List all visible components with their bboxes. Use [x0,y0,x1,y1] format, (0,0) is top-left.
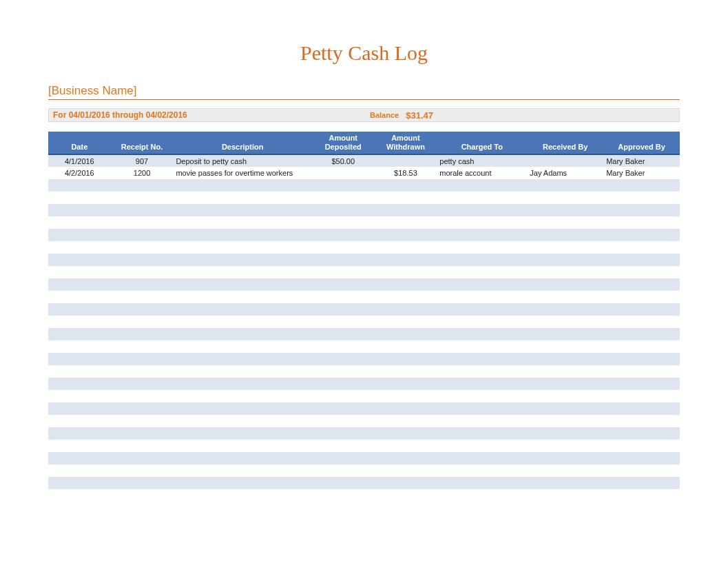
table-row-empty [48,216,680,229]
table-row-empty [48,452,680,464]
table-row-empty [48,278,680,291]
cell-receipt: 1200 [111,167,174,179]
business-name: [Business Name] [48,84,680,99]
col-header-description: Description [173,132,312,154]
table-row-empty [48,192,680,204]
cell-received-by: Jay Adams [527,167,603,179]
cell-description: movie passes for overtime workers [173,167,312,179]
balance-label: Balance [370,111,399,119]
col-header-receipt: Receipt No. [111,132,174,154]
table-row: 4/1/2016907Deposit to petty cash$50.00pe… [48,154,680,167]
period-range: For 04/01/2016 through 04/02/2016 [53,110,370,120]
table-row-empty [48,415,680,427]
cell-description: Deposit to petty cash [173,154,312,167]
table-row-empty [48,378,680,390]
cell-approved-by: Mary Baker [603,154,680,167]
table-row-empty [48,365,680,378]
cell-withdrawn [375,154,437,167]
table-row-empty [48,328,680,340]
cell-withdrawn: $18.53 [375,167,437,179]
col-header-withdrawn: AmountWithdrawn [375,132,437,154]
table-row-empty [48,316,680,328]
col-header-approved-by: Approved By [603,132,680,154]
table-row-empty [48,266,680,278]
table-row-empty [48,303,680,316]
col-header-date: Date [48,132,111,154]
table-row-empty [48,353,680,365]
page-title: Petty Cash Log [48,41,680,65]
table-row-empty [48,477,680,489]
table-row-empty [48,464,680,477]
col-header-charged-to: Charged To [437,132,527,154]
table-row-empty [48,229,680,241]
cell-approved-by: Mary Baker [603,167,680,179]
table-row-empty [48,402,680,415]
petty-cash-table: Date Receipt No. Description AmountDepos… [48,132,680,502]
table-body: 4/1/2016907Deposit to petty cash$50.00pe… [48,154,680,502]
table-row-empty [48,179,680,192]
table-row-empty [48,390,680,402]
summary-bar: For 04/01/2016 through 04/02/2016 Balanc… [48,108,680,122]
title-divider [48,99,680,100]
table-header-row: Date Receipt No. Description AmountDepos… [48,132,680,154]
cell-receipt: 907 [111,154,174,167]
col-header-deposited: AmountDeposited [312,132,375,154]
table-row-empty [48,241,680,254]
balance-value: $31.47 [406,110,433,121]
cell-received-by [527,154,603,167]
table-row-empty [48,489,680,502]
cell-date: 4/2/2016 [48,167,111,179]
table-row-empty [48,440,680,452]
table-row-empty [48,204,680,216]
cell-deposited: $50.00 [312,154,375,167]
cell-deposited [312,167,375,179]
table-row-empty [48,340,680,353]
cell-charged-to: petty cash [437,154,527,167]
table-row-empty [48,427,680,440]
cell-charged-to: morale account [437,167,527,179]
col-header-received-by: Received By [527,132,603,154]
table-row: 4/2/20161200movie passes for overtime wo… [48,167,680,179]
table-row-empty [48,291,680,303]
table-row-empty [48,254,680,266]
cell-date: 4/1/2016 [48,154,111,167]
